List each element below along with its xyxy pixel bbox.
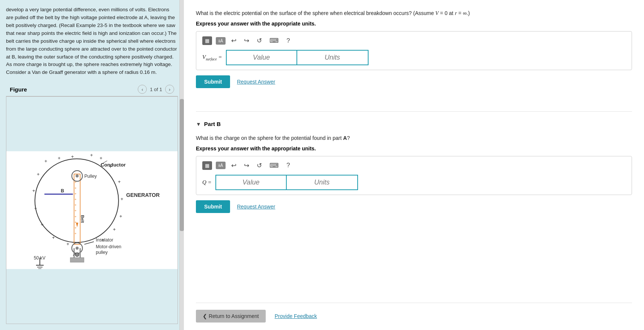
svg-text:+: + (113, 226, 116, 232)
return-to-assignment-button[interactable]: ❮ Return to Assignment (196, 310, 266, 322)
svg-text:+: + (74, 226, 76, 230)
part-b-label: Part B (204, 121, 221, 127)
format-icon-2: iiÅ (218, 39, 223, 43)
format-icon-b1: ▦ (205, 163, 209, 168)
motor-label: Motor-driven (96, 244, 121, 249)
svg-text:+: + (58, 155, 61, 161)
part-b-express: Express your answer with the appropriate… (196, 146, 632, 152)
svg-text:+: + (41, 222, 44, 227)
provide-feedback-link[interactable]: Provide Feedback (275, 313, 317, 319)
part-a-submit-button[interactable]: Submit (196, 75, 230, 88)
part-b-header[interactable]: ▼ Part B (196, 121, 632, 127)
part-a-answer-box: ▦ iiÅ ↩ ↪ ↺ ⌨ ? Vsurface = (196, 31, 632, 70)
problem-text: develop a very large potential differenc… (6, 6, 178, 76)
svg-text:+: + (74, 204, 76, 207)
svg-text:+: + (74, 232, 76, 236)
toolbar-format-btn-b2[interactable]: iiÅ (216, 162, 226, 169)
figure-prev-button[interactable]: ‹ (138, 85, 147, 94)
svg-text:+: + (74, 215, 76, 219)
part-a-input-row: Vsurface = (202, 50, 626, 65)
svg-text:+: + (74, 220, 76, 224)
svg-point-34 (75, 247, 78, 250)
part-b-variable-label: Q = (202, 179, 212, 186)
diagram-svg: + + + + + + + + + + + + + + + + + Conduc… (6, 97, 178, 324)
part-b-value-input[interactable] (215, 175, 287, 190)
part-b-action-row: Submit Request Answer (196, 200, 632, 213)
figure-nav: ‹ 1 of 1 › (138, 85, 174, 94)
svg-rect-0 (6, 152, 178, 269)
toolbar-format-btn-b1[interactable]: ▦ (202, 161, 212, 170)
part-a-question: What is the electric potential on the su… (196, 9, 632, 18)
svg-text:+: + (74, 192, 76, 196)
svg-text:+: + (74, 198, 76, 201)
svg-text:+: + (119, 213, 122, 219)
svg-text:+: + (99, 155, 102, 161)
svg-text:+: + (74, 209, 76, 213)
keyboard-button-b[interactable]: ⌨ (268, 161, 281, 170)
belt-label: Belt (80, 215, 85, 223)
svg-text:+: + (120, 196, 123, 202)
svg-rect-46 (70, 258, 84, 262)
svg-point-36 (75, 253, 79, 256)
help-button-a[interactable]: ? (284, 36, 292, 45)
part-a-express: Express your answer with the appropriate… (196, 21, 632, 27)
help-button-b[interactable]: ? (284, 161, 292, 170)
part-a-variable-label: Vsurface = (202, 54, 222, 61)
undo-button-a[interactable]: ↩ (229, 36, 238, 45)
part-b-toolbar: ▦ iiÅ ↩ ↪ ↺ ⌨ ? (202, 161, 626, 170)
part-b-units-input[interactable] (287, 175, 358, 190)
generator-label: GENERATOR (126, 192, 159, 198)
redo-button-b[interactable]: ↪ (242, 161, 251, 170)
part-a-action-row: Submit Request Answer (196, 75, 632, 88)
svg-point-32 (75, 174, 78, 177)
insulator-label: Insulator (96, 238, 113, 243)
part-b-input-row: Q = (202, 175, 626, 190)
keyboard-button-a[interactable]: ⌨ (268, 36, 281, 45)
figure-header: Figure ‹ 1 of 1 › (6, 82, 178, 96)
bottom-bar: ❮ Return to Assignment Provide Feedback (196, 303, 632, 322)
svg-text:+: + (66, 241, 69, 247)
undo-button-b[interactable]: ↩ (229, 161, 238, 170)
part-b-section: What is the charge on the sphere for the… (196, 134, 632, 223)
svg-text:+: + (52, 235, 55, 241)
part-a-request-answer-link[interactable]: Request Answer (237, 79, 275, 85)
part-b-question: What is the charge on the sphere for the… (196, 134, 632, 142)
scroll-thumb[interactable] (180, 99, 184, 231)
part-a-toolbar: ▦ iiÅ ↩ ↪ ↺ ⌨ ? (202, 36, 626, 45)
figure-title: Figure (10, 86, 27, 93)
part-a-section: What is the electric potential on the su… (196, 9, 632, 99)
right-panel: What is the electric potential on the su… (184, 0, 644, 330)
part-a-value-input[interactable] (226, 50, 297, 65)
format-icon-b2: iiÅ (218, 163, 223, 168)
toolbar-format-btn-2[interactable]: iiÅ (216, 37, 226, 45)
svg-text:+: + (118, 179, 121, 185)
left-panel: develop a very large potential differenc… (0, 0, 184, 330)
toolbar-format-btn-1[interactable]: ▦ (202, 36, 212, 45)
format-icon-1: ▦ (205, 38, 209, 44)
conductor-label: Conductor (101, 162, 126, 168)
part-b-collapse-icon: ▼ (196, 121, 201, 127)
refresh-button-a[interactable]: ↺ (255, 36, 264, 45)
part-b-answer-box: ▦ iiÅ ↩ ↪ ↺ ⌨ ? Q = (196, 156, 632, 195)
part-b-request-answer-link[interactable]: Request Answer (237, 204, 275, 210)
part-b-submit-button[interactable]: Submit (196, 200, 230, 213)
figure-page: 1 of 1 (150, 87, 162, 92)
figure-diagram: + + + + + + + + + + + + + + + + + Conduc… (6, 96, 178, 324)
svg-text:+: + (44, 158, 47, 164)
scroll-bar[interactable] (179, 0, 184, 330)
svg-text:pulley: pulley (96, 250, 108, 255)
figure-next-button[interactable]: › (165, 85, 174, 94)
svg-text:+: + (90, 153, 93, 158)
pulley-label: Pulley (84, 174, 97, 179)
redo-button-a[interactable]: ↪ (242, 36, 251, 45)
section-divider (196, 111, 632, 112)
svg-text:+: + (71, 154, 74, 159)
svg-text:+: + (34, 206, 37, 212)
svg-text:+: + (37, 171, 40, 177)
svg-text:+: + (74, 186, 76, 190)
svg-text:+: + (32, 188, 35, 194)
b-label: B (61, 188, 64, 194)
part-a-units-input[interactable] (297, 50, 369, 65)
refresh-button-b[interactable]: ↺ (255, 161, 264, 170)
